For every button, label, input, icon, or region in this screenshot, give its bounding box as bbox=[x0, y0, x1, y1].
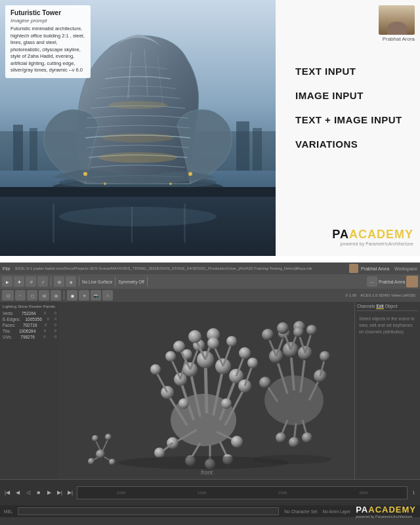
tris-val: 1006284 bbox=[19, 329, 35, 333]
timeline-area: |◀ ◀ ◁ ■ ▶ ▶| ▶| 1000 1500 2000 2500 1 bbox=[0, 479, 420, 505]
main-image-area: Futuristic Tower Imagine prompt Futurist… bbox=[0, 0, 276, 256]
user-avatar-small bbox=[349, 264, 358, 273]
tool-select[interactable]: ▶ bbox=[2, 276, 12, 287]
svg-point-99 bbox=[306, 325, 317, 335]
menu-item-text-image-input[interactable]: TEXT + IMAGE INPUT bbox=[295, 114, 402, 125]
tool-surface[interactable]: ◻ bbox=[27, 290, 37, 301]
sep-2 bbox=[79, 277, 79, 286]
menu-file[interactable]: File bbox=[3, 266, 10, 271]
avatar bbox=[379, 5, 415, 35]
secondary-organism bbox=[259, 321, 330, 448]
right-panel: Prabhat Arora TEXT INPUT IMAGE INPUT TEX… bbox=[276, 0, 420, 256]
svg-point-20 bbox=[169, 182, 172, 185]
menu-item-text-input[interactable]: TEXT INPUT bbox=[295, 66, 356, 77]
svg-point-75 bbox=[105, 434, 112, 440]
top-section: Futuristic Tower Imagine prompt Futurist… bbox=[0, 0, 420, 262]
svg-point-15 bbox=[108, 101, 167, 109]
tool-rotate[interactable]: ↺ bbox=[26, 276, 36, 287]
tab-show[interactable]: Show bbox=[18, 304, 28, 308]
tool-deform[interactable]: ⌂ bbox=[102, 290, 113, 301]
frame-counter: 1 bbox=[410, 490, 417, 495]
pa-logo-sub: powered by ParametricArchitecture bbox=[341, 242, 413, 246]
tool-scale[interactable]: ⤢ bbox=[37, 276, 48, 287]
tool-curve[interactable]: ~ bbox=[15, 290, 26, 301]
svg-point-111 bbox=[302, 432, 312, 443]
svg-point-43 bbox=[207, 337, 219, 349]
channels-tab[interactable]: Channels bbox=[357, 304, 375, 309]
svg-rect-16 bbox=[0, 187, 276, 197]
svg-point-7 bbox=[59, 207, 217, 226]
svg-rect-8 bbox=[52, 203, 54, 243]
prop-hint-text: Select objects in the scene to view, edi… bbox=[357, 314, 418, 337]
svg-point-80 bbox=[96, 450, 105, 459]
svg-rect-3 bbox=[30, 128, 37, 171]
next-key-btn[interactable]: ▶| bbox=[66, 488, 75, 497]
sep-1 bbox=[51, 277, 51, 286]
svg-point-53 bbox=[247, 358, 258, 368]
playback-controls: |◀ ◀ ◁ ■ ▶ ▶| ▶| bbox=[3, 488, 75, 497]
toolbar-avatar bbox=[406, 276, 418, 287]
tool-snap[interactable]: ⊞ bbox=[54, 276, 64, 287]
tool-muscle[interactable]: ⊞ bbox=[51, 290, 61, 301]
tab-lighting[interactable]: Lighting bbox=[3, 304, 16, 308]
tool-mutate[interactable]: ⋯ bbox=[367, 276, 377, 287]
stats-row-uvs: UVs: 798276 0 0 bbox=[3, 335, 56, 339]
play-back-btn[interactable]: ◁ bbox=[24, 488, 33, 497]
svg-rect-4 bbox=[236, 121, 249, 171]
symmetry-off: Symmetry Off bbox=[118, 280, 144, 284]
svg-line-34 bbox=[205, 361, 207, 413]
tab-render[interactable]: Render bbox=[29, 304, 42, 308]
tool-magnet[interactable]: ◈ bbox=[66, 276, 76, 287]
svg-point-63 bbox=[231, 436, 243, 448]
toolbar-row-1: ▶ ✚ ↺ ⤢ ⊞ ◈ No Live Surface Symmetry Off… bbox=[0, 274, 420, 289]
uvs-val: 798276 bbox=[20, 335, 35, 339]
tool-poly[interactable]: ⬡ bbox=[2, 290, 14, 301]
menu-item-variations[interactable]: VARIATIONS bbox=[295, 138, 358, 150]
time-2: 1500 bbox=[198, 491, 206, 495]
title-card-subtitle: Imagine prompt bbox=[10, 18, 85, 24]
command-line[interactable] bbox=[18, 507, 279, 515]
3d-viewport[interactable]: front bbox=[59, 302, 354, 479]
svg-point-71 bbox=[221, 398, 232, 409]
pa-text: PA bbox=[332, 228, 349, 241]
sep-5 bbox=[64, 291, 64, 300]
tool-move[interactable]: ✚ bbox=[14, 276, 24, 287]
avatar-image bbox=[379, 5, 415, 35]
svg-point-103 bbox=[320, 351, 330, 362]
svg-rect-2 bbox=[13, 125, 23, 171]
svg-point-37 bbox=[188, 330, 201, 343]
prev-key-btn[interactable]: |◀ bbox=[3, 488, 12, 497]
toolbar-user: Prabhat Arora bbox=[379, 280, 405, 284]
prev-frame-btn[interactable]: ◀ bbox=[13, 488, 22, 497]
pa-main-text: PAACADEMY bbox=[356, 505, 416, 514]
tool-light[interactable]: ☀ bbox=[79, 290, 89, 301]
tool-render[interactable]: ◼ bbox=[67, 290, 77, 301]
stats-table: Verts: 752264 0 0 E-Edges: 1005356 0 0 F… bbox=[3, 311, 56, 339]
svg-point-105 bbox=[259, 377, 271, 388]
tab-panels[interactable]: Panels bbox=[43, 304, 55, 308]
stop-btn[interactable]: ■ bbox=[34, 488, 43, 497]
svg-rect-10 bbox=[184, 203, 186, 243]
title-card-title: Futuristic Tower bbox=[10, 9, 85, 16]
object-tab[interactable]: Object bbox=[385, 304, 398, 309]
svg-rect-5 bbox=[253, 128, 262, 171]
stats-row-tris: Tris: 1006284 0 0 bbox=[3, 329, 56, 333]
menu-item-image-input[interactable]: IMAGE INPUT bbox=[295, 90, 364, 101]
sep-4 bbox=[147, 277, 148, 286]
play-fwd-btn[interactable]: ▶ bbox=[45, 488, 54, 497]
tool-subdiv[interactable]: ⊟ bbox=[39, 290, 49, 301]
small-organism bbox=[88, 434, 116, 465]
menubar-user: Prabhat Arora bbox=[349, 264, 389, 273]
next-frame-btn[interactable]: ▶| bbox=[55, 488, 64, 497]
svg-point-79 bbox=[109, 459, 116, 465]
properties-panel: Channels Edit Object Select objects in t… bbox=[354, 302, 420, 479]
edit-tab[interactable]: Edit bbox=[376, 304, 383, 309]
tool-camera[interactable]: 📷 bbox=[91, 290, 101, 301]
no-anim-layer: No Anim Layer bbox=[323, 509, 351, 514]
svg-point-19 bbox=[104, 182, 106, 185]
viewport-label: front bbox=[201, 469, 213, 476]
pa-bottom-sub: powered by ParametricArchitecture bbox=[356, 514, 416, 518]
main-organism bbox=[150, 328, 258, 469]
timeline-track[interactable]: 1000 1500 2000 2500 bbox=[77, 486, 408, 499]
aces-label: ACES 1.0 SDRG Video (sRGB) bbox=[360, 293, 415, 297]
